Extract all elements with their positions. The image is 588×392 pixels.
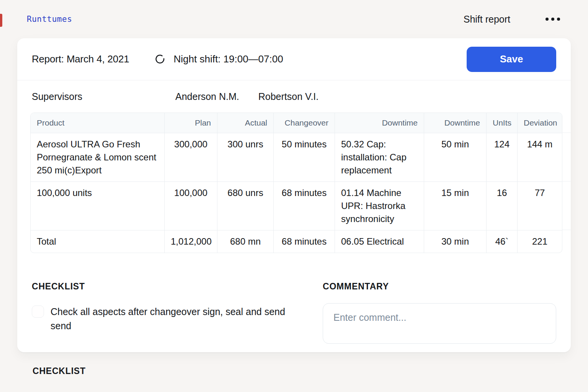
checklist-item-label: Check all aspects after changeover sign,… [51, 305, 288, 333]
cell-downtime-desc: 50.32 Cap: installation: Cap replacement [335, 133, 424, 181]
cell-changeover: 50 minutes [273, 133, 335, 181]
cell-downtime: 15 min [424, 181, 486, 230]
cell-downtime: 30 min [424, 230, 486, 253]
column-header-deviation: Deviation [517, 113, 562, 133]
cell-product: 100,000 units [31, 181, 164, 230]
supervisors-label: Supervisors [32, 91, 175, 102]
column-header-downtime: Downtime [424, 113, 486, 133]
cell-units: 16 [486, 181, 517, 230]
production-table: Product Plan Actual Changeover Downtime … [30, 113, 562, 253]
cell-changeover: 68 minutes [273, 230, 335, 253]
report-header: Report: March 4, 2021 Night shift: 19:00… [17, 38, 571, 80]
cell-product: Aerosol ULTRA Go Fresh Pornegranate & Lo… [31, 133, 164, 181]
topbar: Runttumes Shift report [0, 0, 588, 38]
column-header-downtime-desc: Downtime [335, 113, 424, 133]
cell-deviation: 221 [517, 230, 562, 253]
ellipsis-dot-icon [551, 18, 554, 21]
table-overflow-lines [562, 113, 571, 250]
checklist-item[interactable]: Check all aspects after changeover sign,… [32, 305, 323, 333]
table-header-row: Product Plan Actual Changeover Downtime … [31, 113, 562, 133]
report-date-title: Report: March 4, 2021 [32, 53, 129, 65]
checklist-heading: CHECKLIST [32, 281, 323, 292]
shift-report-card: Report: March 4, 2021 Night shift: 19:00… [17, 38, 571, 352]
cell-product: Total [31, 230, 164, 253]
comment-input[interactable] [323, 303, 556, 344]
column-header-units: UnIts [486, 113, 517, 133]
ellipsis-dot-icon [546, 18, 549, 21]
page-title: Shift report [464, 14, 510, 25]
shift-time-label: Night shift: 19:00—07:00 [174, 53, 283, 65]
cell-plan: 300,000 [164, 133, 217, 181]
cell-downtime-desc: 06.05 Electrical [335, 230, 424, 253]
cell-actual: 680 mn [217, 230, 273, 253]
overflow-menu-button[interactable] [545, 15, 561, 23]
column-header-plan: Plan [164, 113, 217, 133]
cell-actual: 300 unrs [217, 133, 273, 181]
cell-units: 46` [486, 230, 517, 253]
cell-actual: 680 unrs [217, 181, 273, 230]
cell-plan: 100,000 [164, 181, 217, 230]
commentary-heading: COMMENTARY [323, 281, 556, 292]
supervisor-name: Anderson N.M. [175, 91, 239, 102]
save-button[interactable]: Save [467, 47, 556, 72]
ellipsis-dot-icon [557, 18, 560, 21]
column-header-product: Product [31, 113, 164, 133]
cell-units: 124 [486, 133, 517, 181]
supervisors-row: Supervisors Anderson N.M. Robertson V.I. [17, 80, 571, 113]
production-table-wrap: Product Plan Actual Changeover Downtime … [30, 113, 571, 253]
checklist-checkbox[interactable] [32, 305, 44, 318]
app-logo[interactable]: Runttumes [27, 15, 72, 24]
commentary-section: COMMENTARY [323, 281, 556, 344]
footer-checklist-heading: CHECKLIST [33, 366, 86, 376]
cell-deviation: 144 m [517, 133, 562, 181]
cell-downtime: 50 min [424, 133, 486, 181]
checklist-section: CHECKLIST Check all aspects after change… [32, 281, 323, 333]
column-header-changeover: Changeover [273, 113, 335, 133]
column-header-actual: Actual [217, 113, 273, 133]
table-row: Aerosol ULTRA Go Fresh Pornegranate & Lo… [31, 133, 562, 181]
crescent-moon-icon [154, 53, 166, 65]
table-row: 100,000 units 100,000 680 unrs 68 minute… [31, 181, 562, 230]
cell-deviation: 77 [517, 181, 562, 230]
supervisor-name: Robertson V.I. [258, 91, 319, 102]
cell-downtime-desc: 01.14 Machine UPR: Hastrorka synchronici… [335, 181, 424, 230]
cell-plan: 1,012,000 [164, 230, 217, 253]
cell-changeover: 68 minutes [273, 181, 335, 230]
table-total-row: Total 1,012,000 680 mn 68 minutes 06.05 … [31, 230, 562, 253]
